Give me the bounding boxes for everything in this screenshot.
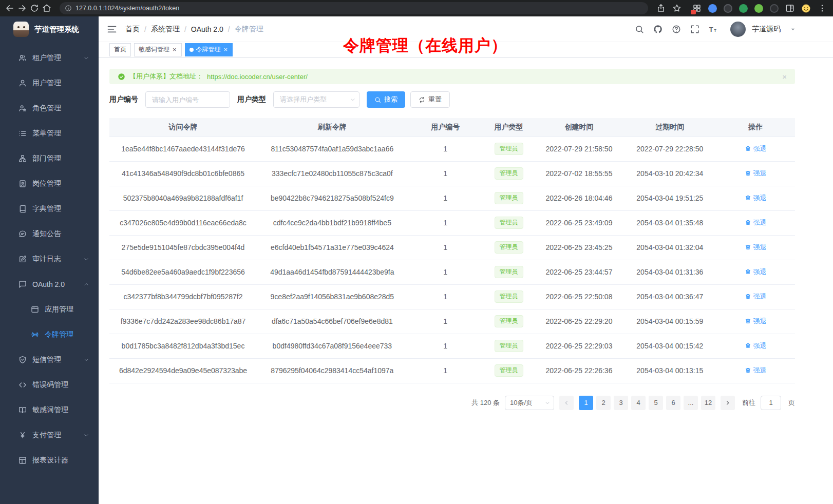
extension-icon[interactable] [724,4,732,13]
sidebar-item-tenant[interactable]: 租户管理 [0,45,99,70]
user-avatar[interactable] [730,22,746,37]
delete-icon [745,342,751,349]
page-number-button[interactable]: 2 [596,396,611,410]
sidebar-item-report-designer[interactable]: 报表设计器 [0,448,99,473]
breadcrumb-item[interactable]: 系统管理 [151,25,180,34]
force-logout-button[interactable]: 强退 [745,341,767,351]
page-size-select[interactable]: 10条/页 [505,396,554,410]
alert-close-icon[interactable]: × [782,73,787,81]
force-logout-button[interactable]: 强退 [745,218,767,227]
sidebar-item-audit-log[interactable]: 审计日志 [0,246,99,272]
sidebar-item-post[interactable]: 岗位管理 [0,171,99,196]
sidebar-item-user[interactable]: 用户管理 [0,70,99,95]
app-logo[interactable]: 芋道管理系统 [0,16,99,42]
breadcrumb: 首页/系统管理/OAuth 2.0/令牌管理 [125,25,263,34]
force-logout-button[interactable]: 强退 [745,292,767,301]
help-icon[interactable] [672,25,681,34]
extension-icon[interactable] [708,4,717,13]
home-icon[interactable] [42,4,51,13]
page-number-button[interactable]: 4 [631,396,646,410]
page-number-button[interactable]: ... [684,396,698,410]
users-icon [18,54,27,62]
user-id-cell: 1 [408,260,483,284]
create-time-cell: 2022-06-25 22:26:36 [535,358,624,383]
github-icon[interactable] [653,25,662,34]
browser-profile-avatar[interactable] [801,4,811,13]
table-row: 41c41346a548490f9dc8b01c6bfe0865 333ecfc… [109,161,795,186]
breadcrumb-item[interactable]: OAuth 2.0 [191,25,223,33]
sidebar-menu: 租户管理 用户管理 角色管理 菜单管理 部门管理 岗位管理 字典管理 通知公告 … [0,42,99,504]
sidebar-item-role[interactable]: 角色管理 [0,95,99,121]
extension-icon[interactable] [770,4,779,13]
sidebar-item-notice[interactable]: 通知公告 [0,221,99,246]
reload-icon[interactable] [30,4,39,13]
delete-icon [745,244,751,250]
goto-page-input[interactable] [761,396,781,410]
tag-tab[interactable]: 令牌管理 × [185,43,233,56]
search-button[interactable]: 搜索 [367,91,405,108]
close-icon[interactable]: × [172,46,177,53]
fullscreen-icon[interactable] [690,25,699,34]
caret-down-icon[interactable] [790,26,796,32]
expire-time-cell: 2054-03-04 19:51:25 [623,186,716,210]
sidebar-item-oauth2[interactable]: OAuth 2.0 [0,272,99,297]
sidebar-item-error-code[interactable]: 错误码管理 [0,372,99,397]
force-logout-button[interactable]: 强退 [745,366,767,375]
font-size-icon[interactable]: TT [709,25,718,34]
url-text: 127.0.0.1:1024/system/oauth2/token [75,5,179,12]
force-logout-button[interactable]: 强退 [745,243,767,252]
browser-menu-icon[interactable] [818,4,827,13]
logo-image [13,22,29,37]
sidebar-item-dept[interactable]: 部门管理 [0,146,99,171]
bookmark-star-icon[interactable] [672,4,681,13]
forward-icon[interactable] [17,4,27,13]
page-number-button[interactable]: 1 [579,396,593,410]
reset-button[interactable]: 重置 [410,91,450,108]
page-number-button[interactable]: 6 [666,396,680,410]
back-icon[interactable] [5,4,14,13]
alert-doc-link[interactable]: https://doc.iocoder.cn/user-center/ [207,73,308,81]
column-header: 用户类型 [483,118,535,137]
user-name[interactable]: 芋道源码 [752,25,781,34]
force-logout-button[interactable]: 强退 [745,144,767,153]
site-info-icon[interactable] [65,5,72,12]
close-icon[interactable]: × [223,46,229,53]
sidebar-item-menu[interactable]: 菜单管理 [0,121,99,146]
split-view-icon[interactable] [785,4,794,13]
breadcrumb-item[interactable]: 首页 [125,25,140,34]
force-logout-button[interactable]: 强退 [745,169,767,178]
sidebar-item-sensitive-word[interactable]: 敏感词管理 [0,397,99,422]
sidebar-item-oauth2-app[interactable]: 应用管理 [0,297,99,322]
force-logout-button[interactable]: 强退 [745,193,767,203]
page-number-button[interactable]: 5 [649,396,663,410]
delete-icon [745,219,751,226]
chevron-down-icon [544,400,551,406]
user-id-input[interactable] [145,91,230,108]
sidebar-item-sms[interactable]: 短信管理 [0,347,99,372]
sidebar-item-oauth2-token[interactable]: 令牌管理 [0,322,99,347]
arrow-left-icon [563,399,570,406]
page-number-button[interactable]: 12 [701,396,715,410]
column-header: 访问令牌 [109,118,257,137]
page-number-button[interactable]: 3 [614,396,628,410]
search-icon[interactable] [635,25,644,34]
book-open-icon [18,406,27,414]
sidebar-item-dict[interactable]: 字典管理 [0,196,99,221]
access-token-cell: 41c41346a548490f9dc8b01c6bfe0865 [109,161,257,186]
share-icon[interactable] [656,4,666,13]
extensions-icon[interactable] [692,4,702,13]
access-token-cell: 502375b8040a469a9b82188afdf6af1f [109,186,257,210]
tag-tab[interactable]: 首页 [109,43,131,56]
prev-page-button[interactable] [559,396,574,410]
address-bar[interactable]: 127.0.0.1:1024/system/oauth2/token [60,2,648,14]
sidebar-item-payment[interactable]: 支付管理 [0,422,99,448]
tag-tab[interactable]: 敏感词管理 × [134,43,182,56]
user-type-select[interactable]: 请选择用户类型 [273,91,359,108]
extension-icon[interactable] [739,4,748,13]
force-logout-button[interactable]: 强退 [745,317,767,326]
extension-icon[interactable] [754,4,763,13]
force-logout-button[interactable]: 强退 [745,267,767,277]
user-id-label: 用户编号 [109,95,138,104]
next-page-button[interactable] [721,396,735,410]
sidebar-toggle-icon[interactable] [107,24,117,34]
